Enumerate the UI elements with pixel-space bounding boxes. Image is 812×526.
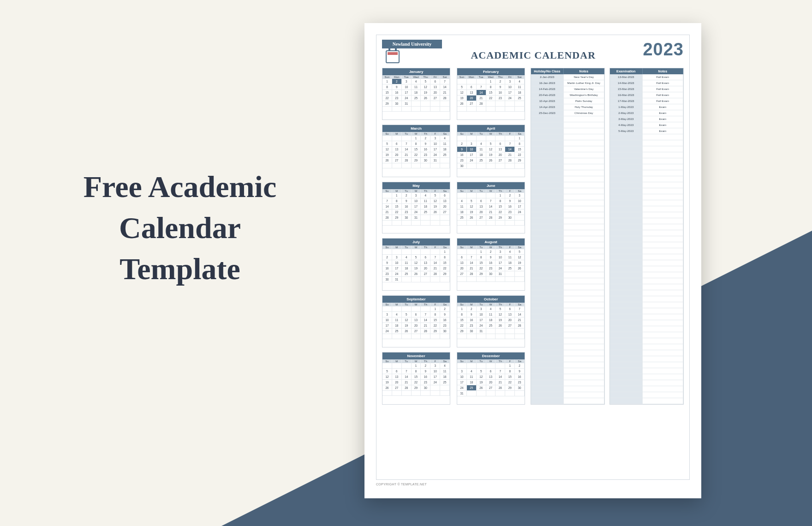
weekday-label: Sun (457, 75, 467, 79)
table-cell (643, 332, 683, 338)
weekday-label: F (505, 359, 515, 363)
table-cell (531, 134, 564, 140)
day-cell: 2 (402, 193, 412, 198)
table-cell (643, 380, 683, 386)
weekday-label: M (467, 245, 477, 249)
day-cell: 21 (515, 317, 525, 323)
weekday-row: SuMTuWThFSa (382, 359, 450, 363)
day-cell: 12 (402, 317, 412, 323)
table-cell (531, 122, 564, 128)
table-cell (610, 308, 643, 314)
day-cell: 2 (505, 193, 515, 198)
day-cell: 18 (477, 152, 486, 158)
weekday-row: SunMonTueWedThuFriSat (382, 75, 450, 79)
day-cell (430, 385, 440, 391)
table-cell (643, 236, 683, 242)
day-cell (505, 101, 515, 107)
day-cell (382, 193, 392, 198)
day-cell: 17 (392, 266, 402, 271)
weekday-label: Su (457, 245, 467, 249)
weekday-label: F (430, 189, 440, 193)
table-cell (531, 302, 564, 308)
day-cell: 26 (430, 209, 440, 215)
table-cell (610, 296, 643, 302)
day-cell (440, 107, 450, 112)
table-cell: Exam (643, 116, 683, 122)
day-cell (402, 221, 412, 226)
day-cell (430, 163, 440, 168)
day-cell: 11 (440, 141, 450, 147)
day-cell: 26 (382, 385, 392, 391)
weekday-label: Sat (440, 75, 450, 79)
day-cell (467, 249, 477, 255)
day-cell: 13 (505, 312, 515, 317)
day-cell: 8 (515, 141, 525, 147)
table-cell (610, 134, 643, 140)
table-cell (531, 236, 564, 242)
day-cell: 26 (402, 329, 412, 334)
day-cell (457, 277, 467, 282)
table-cell (564, 158, 604, 164)
table-row-empty (531, 188, 604, 194)
day-cell: 31 (477, 329, 486, 334)
month-april: AprilSuMTuWThFSa123456789101112131415161… (457, 125, 525, 177)
day-cell: 13 (477, 204, 486, 209)
table-cell (643, 140, 683, 146)
table-row-empty (531, 128, 604, 134)
day-cell (496, 221, 505, 226)
day-cell: 16 (382, 266, 392, 271)
day-cell (430, 334, 440, 339)
day-cell: 1 (412, 136, 421, 141)
day-cell: 11 (486, 312, 496, 317)
table-row-empty (610, 206, 683, 212)
day-cell (430, 107, 440, 112)
day-cell (402, 249, 412, 255)
month-name: October (457, 296, 525, 303)
day-cell: 4 (421, 193, 430, 198)
day-cell: 25 (392, 329, 402, 334)
day-cell (457, 136, 467, 141)
day-cell: 10 (477, 312, 486, 317)
table-row-empty (531, 182, 604, 188)
day-cell (382, 306, 392, 312)
day-cell: 24 (477, 323, 486, 329)
day-cell: 29 (496, 215, 505, 221)
day-cell (440, 277, 450, 282)
table-row: 16-Jan-2023Martin Luther King Jr. Day (531, 80, 604, 86)
day-cell: 28 (467, 271, 477, 277)
table-row-empty (610, 152, 683, 158)
day-cell: 11 (477, 147, 486, 152)
day-cell: 20 (392, 152, 402, 158)
day-cell (382, 334, 392, 339)
weekday-label: F (430, 359, 440, 363)
day-cell (457, 363, 467, 369)
day-cell: 20 (392, 380, 402, 385)
day-cell (402, 306, 412, 312)
table-cell (531, 374, 564, 380)
day-cell: 22 (457, 323, 467, 329)
weekday-label: W (486, 303, 496, 306)
day-cell: 5 (382, 369, 392, 374)
table-row: 25-Dec-2023Christmas Day (531, 110, 604, 116)
day-cell: 12 (382, 374, 392, 380)
day-cell (467, 334, 477, 339)
day-cell: 18 (505, 260, 515, 266)
day-cell: 24 (392, 271, 402, 277)
day-cell (402, 163, 412, 168)
day-cell: 1 (430, 306, 440, 312)
table-row-empty (610, 212, 683, 218)
table-cell: 25-Dec-2023 (531, 110, 564, 116)
table-row-empty (610, 284, 683, 290)
day-cell: 14 (515, 312, 525, 317)
day-cell: 8 (457, 312, 467, 317)
day-cell: 26 (457, 101, 467, 107)
table-cell (564, 134, 604, 140)
day-cell: 22 (515, 152, 525, 158)
day-cell: 28 (382, 215, 392, 221)
weekday-label: Th (421, 132, 430, 136)
days-grid: 1234567891011121314151617181920212223242… (457, 136, 525, 169)
day-cell: 29 (457, 329, 467, 334)
day-cell: 31 (412, 215, 421, 221)
weekday-label: W (412, 303, 421, 306)
day-cell: 22 (477, 266, 486, 271)
